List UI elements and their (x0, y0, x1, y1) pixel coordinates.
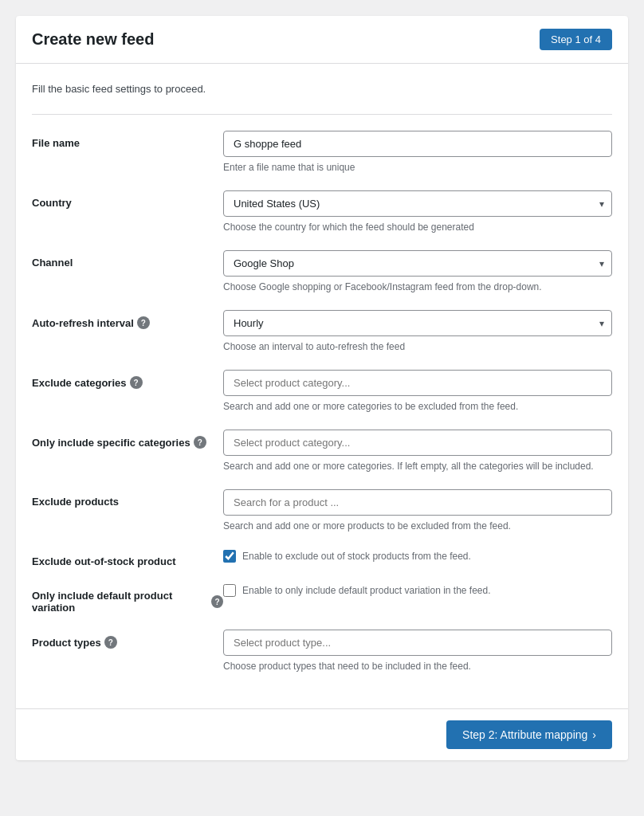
default-variation-checkbox-hint: Enable to only include default product v… (242, 583, 491, 598)
page-footer: Step 2: Attribute mapping › (16, 708, 628, 760)
include-categories-field: Search and add one or more categories. I… (223, 430, 612, 473)
step-badge: Step 1 of 4 (540, 29, 612, 50)
country-select-wrapper: United States (US) United Kingdom (UK) C… (223, 190, 612, 217)
next-step-label: Step 2: Attribute mapping (462, 728, 587, 741)
auto-refresh-help-icon[interactable]: ? (137, 316, 150, 329)
include-categories-label: Only include specific categories ? (32, 430, 223, 449)
exclude-products-label: Exclude products (32, 489, 223, 508)
create-feed-page: Create new feed Step 1 of 4 Fill the bas… (16, 16, 628, 760)
exclude-categories-help-icon[interactable]: ? (130, 376, 143, 389)
country-select[interactable]: United States (US) United Kingdom (UK) C… (223, 190, 612, 217)
next-step-button[interactable]: Step 2: Attribute mapping › (446, 720, 612, 749)
exclude-categories-row: Exclude categories ? Search and add one … (32, 370, 612, 414)
next-arrow-icon: › (592, 728, 596, 741)
default-variation-row: Only include default product variation ?… (32, 583, 612, 614)
exclude-products-row: Exclude products Search and add one or m… (32, 489, 612, 533)
exclude-categories-field: Search and add one or more categories to… (223, 370, 612, 414)
product-types-row: Product types ? Choose product types tha… (32, 630, 612, 673)
country-hint: Choose the country for which the feed sh… (223, 220, 612, 234)
auto-refresh-hint: Choose an interval to auto-refresh the f… (223, 339, 612, 354)
file-name-hint: Enter a file name that is unique (223, 160, 612, 175)
product-types-help-icon[interactable]: ? (104, 636, 117, 649)
product-types-input[interactable] (223, 630, 612, 656)
auto-refresh-field: Hourly Daily Weekly Never ▾ Choose an in… (223, 310, 612, 354)
country-label: Country (32, 190, 223, 209)
exclude-out-of-stock-checkbox-row: Enable to exclude out of stock products … (223, 549, 612, 563)
channel-field: Google Shop Facebook Instagram ▾ Choose … (223, 250, 612, 294)
file-name-input[interactable] (223, 131, 612, 157)
intro-text: Fill the basic feed settings to proceed. (32, 83, 612, 95)
auto-refresh-row: Auto-refresh interval ? Hourly Daily Wee… (32, 310, 612, 354)
default-variation-help-icon[interactable]: ? (211, 595, 223, 608)
default-variation-field: Enable to only include default product v… (223, 583, 612, 598)
page-body: Fill the basic feed settings to proceed.… (16, 64, 628, 708)
country-row: Country United States (US) United Kingdo… (32, 190, 612, 234)
auto-refresh-select-wrapper: Hourly Daily Weekly Never ▾ (223, 310, 612, 336)
page-header: Create new feed Step 1 of 4 (16, 16, 628, 64)
default-variation-label: Only include default product variation ? (32, 583, 223, 614)
exclude-products-hint: Search and add one or more products to b… (223, 519, 612, 533)
exclude-out-of-stock-label: Exclude out-of-stock product (32, 549, 223, 567)
channel-select-wrapper: Google Shop Facebook Instagram ▾ (223, 250, 612, 277)
file-name-row: File name Enter a file name that is uniq… (32, 131, 612, 175)
exclude-categories-input[interactable] (223, 370, 612, 396)
exclude-products-input[interactable] (223, 489, 612, 516)
include-categories-row: Only include specific categories ? Searc… (32, 430, 612, 473)
channel-select[interactable]: Google Shop Facebook Instagram (223, 250, 612, 277)
channel-row: Channel Google Shop Facebook Instagram ▾… (32, 250, 612, 294)
product-types-label: Product types ? (32, 630, 223, 649)
default-variation-checkbox-row: Enable to only include default product v… (223, 583, 612, 598)
exclude-categories-label: Exclude categories ? (32, 370, 223, 389)
channel-hint: Choose Google shopping or Facebook/Insta… (223, 280, 612, 294)
exclude-out-of-stock-row: Exclude out-of-stock product Enable to e… (32, 549, 612, 567)
include-categories-hint: Search and add one or more categories. I… (223, 459, 612, 473)
exclude-out-of-stock-checkbox[interactable] (223, 550, 236, 563)
file-name-field: Enter a file name that is unique (223, 131, 612, 175)
channel-label: Channel (32, 250, 223, 269)
page-title: Create new feed (32, 30, 154, 49)
exclude-products-field: Search and add one or more products to b… (223, 489, 612, 533)
exclude-categories-hint: Search and add one or more categories to… (223, 399, 612, 414)
auto-refresh-label: Auto-refresh interval ? (32, 310, 223, 329)
auto-refresh-select[interactable]: Hourly Daily Weekly Never (223, 310, 612, 336)
exclude-out-of-stock-checkbox-hint: Enable to exclude out of stock products … (242, 549, 471, 563)
file-name-label: File name (32, 131, 223, 149)
include-categories-help-icon[interactable]: ? (194, 436, 206, 449)
country-field: United States (US) United Kingdom (UK) C… (223, 190, 612, 234)
product-types-field: Choose product types that need to be inc… (223, 630, 612, 673)
default-variation-checkbox[interactable] (223, 584, 236, 597)
divider (32, 114, 612, 115)
include-categories-input[interactable] (223, 430, 612, 456)
product-types-hint: Choose product types that need to be inc… (223, 659, 612, 673)
exclude-out-of-stock-field: Enable to exclude out of stock products … (223, 549, 612, 563)
